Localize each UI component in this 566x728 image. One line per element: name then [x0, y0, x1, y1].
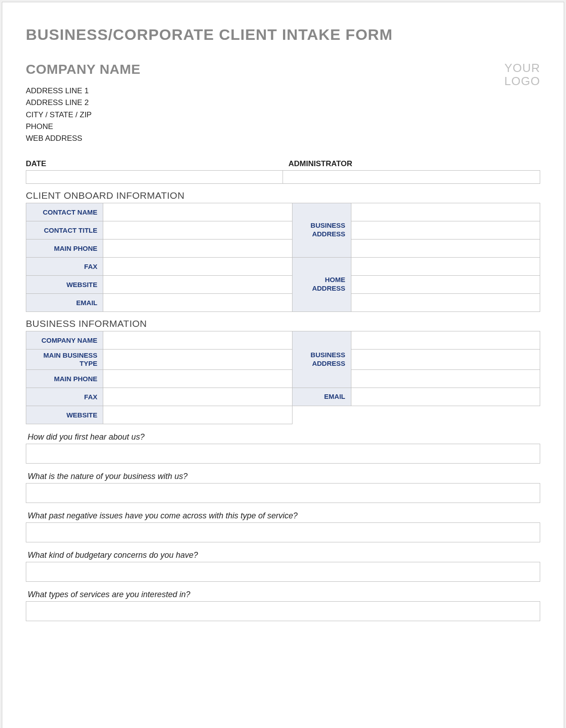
logo-line-1: YOUR: [504, 62, 540, 75]
input-biz-website[interactable]: [103, 406, 293, 424]
date-input[interactable]: [26, 170, 283, 184]
label-biz-main-phone: MAIN PHONE: [26, 369, 103, 388]
input-contact-title[interactable]: [103, 221, 293, 239]
input-biz-address-2[interactable]: [351, 349, 540, 369]
question-1: How did you first hear about us?: [28, 432, 540, 442]
phone-label: PHONE: [26, 121, 140, 133]
input-biz-main-phone[interactable]: [103, 369, 293, 388]
label-main-phone: MAIN PHONE: [26, 239, 103, 257]
answer-4[interactable]: [26, 562, 540, 582]
label-home-address: HOME ADDRESS: [292, 257, 351, 311]
answer-2[interactable]: [26, 483, 540, 503]
logo-line-2: LOGO: [504, 75, 540, 88]
input-business-address-1[interactable]: [351, 203, 540, 221]
label-website: WEBSITE: [26, 275, 103, 293]
date-label: DATE: [26, 159, 283, 168]
input-biz-company-name[interactable]: [103, 331, 293, 349]
administrator-input[interactable]: [283, 170, 540, 184]
label-biz-fax: FAX: [26, 388, 103, 406]
label-email: EMAIL: [26, 293, 103, 311]
address-line-1: ADDRESS LINE 1: [26, 85, 140, 97]
label-biz-website: WEBSITE: [26, 406, 103, 424]
answer-3[interactable]: [26, 522, 540, 542]
input-home-address-1[interactable]: [351, 257, 540, 275]
administrator-label: ADMINISTRATOR: [283, 159, 540, 168]
question-5: What types of services are you intereste…: [28, 590, 540, 599]
input-biz-fax[interactable]: [103, 388, 293, 406]
label-business-address: BUSINESS ADDRESS: [292, 203, 351, 257]
label-biz-company-name: COMPANY NAME: [26, 331, 103, 349]
company-name-label: COMPANY NAME: [26, 62, 140, 77]
input-email[interactable]: [103, 293, 293, 311]
answer-1[interactable]: [26, 444, 540, 464]
date-admin-row: DATE ADMINISTRATOR: [26, 159, 540, 184]
input-home-address-3[interactable]: [351, 293, 540, 311]
question-3: What past negative issues have you come …: [28, 511, 540, 521]
company-block: COMPANY NAME ADDRESS LINE 1 ADDRESS LINE…: [26, 62, 140, 153]
input-biz-email[interactable]: [351, 388, 540, 406]
logo-placeholder: YOUR LOGO: [504, 62, 540, 87]
business-info-table: COMPANY NAME BUSINESS ADDRESS MAIN BUSIN…: [26, 331, 540, 424]
input-biz-address-1[interactable]: [351, 331, 540, 349]
address-line-2: ADDRESS LINE 2: [26, 97, 140, 109]
header-row: COMPANY NAME ADDRESS LINE 1 ADDRESS LINE…: [26, 62, 540, 153]
label-biz-business-address: BUSINESS ADDRESS: [292, 331, 351, 388]
client-onboard-table: CONTACT NAME BUSINESS ADDRESS CONTACT TI…: [26, 203, 540, 312]
question-4: What kind of budgetary concerns do you h…: [28, 551, 540, 560]
question-2: What is the nature of your business with…: [28, 472, 540, 481]
web-address-label: WEB ADDRESS: [26, 133, 140, 144]
company-address-block: ADDRESS LINE 1 ADDRESS LINE 2 CITY / STA…: [26, 85, 140, 145]
label-fax: FAX: [26, 257, 103, 275]
label-contact-title: CONTACT TITLE: [26, 221, 103, 239]
label-main-business-type: MAIN BUSINESS TYPE: [26, 349, 103, 369]
form-title: BUSINESS/CORPORATE CLIENT INTAKE FORM: [26, 26, 540, 43]
empty-cell: [292, 406, 540, 424]
input-website[interactable]: [103, 275, 293, 293]
answer-5[interactable]: [26, 601, 540, 621]
section-business-title: BUSINESS INFORMATION: [26, 318, 540, 329]
input-home-address-2[interactable]: [351, 275, 540, 293]
input-business-address-2[interactable]: [351, 221, 540, 239]
section-client-title: CLIENT ONBOARD INFORMATION: [26, 190, 540, 201]
page: BUSINESS/CORPORATE CLIENT INTAKE FORM CO…: [2, 2, 564, 728]
input-biz-address-3[interactable]: [351, 369, 540, 388]
input-main-phone[interactable]: [103, 239, 293, 257]
input-contact-name[interactable]: [103, 203, 293, 221]
label-contact-name: CONTACT NAME: [26, 203, 103, 221]
city-state-zip: CITY / STATE / ZIP: [26, 109, 140, 121]
input-main-business-type[interactable]: [103, 349, 293, 369]
input-fax[interactable]: [103, 257, 293, 275]
label-biz-email: EMAIL: [292, 388, 351, 406]
input-business-address-3[interactable]: [351, 239, 540, 257]
